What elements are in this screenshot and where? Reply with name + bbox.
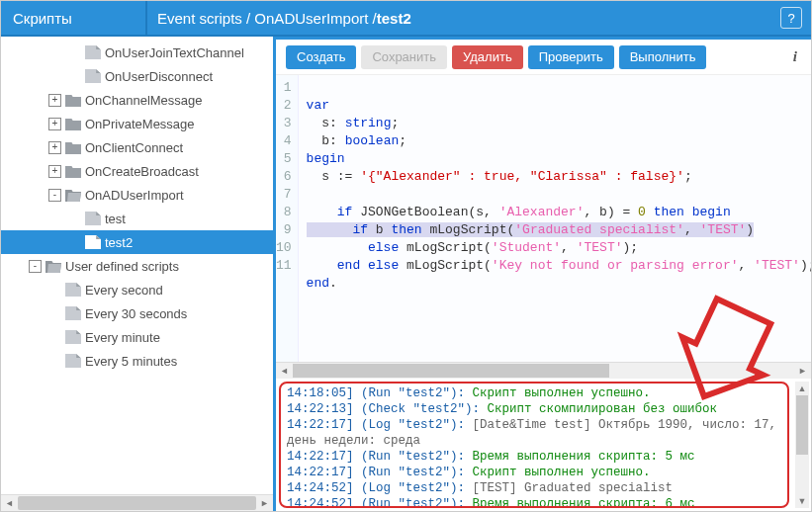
tree-item[interactable]: +OnClientConnect: [1, 135, 273, 159]
tree-item-label: OnADUserImport: [85, 188, 184, 203]
breadcrumb: Event scripts / OnADUserImport / test2: [147, 1, 771, 35]
check-button[interactable]: Проверить: [528, 45, 614, 69]
tree-item-label: Every 30 seconds: [85, 306, 187, 321]
log-timestamp: 14:22:17] (Run "test2"):: [287, 450, 473, 464]
tree-item-label: OnClientConnect: [85, 140, 183, 155]
tree-item[interactable]: +OnChannelMessage: [1, 88, 273, 112]
file-icon: [85, 45, 101, 59]
tree-item-label: Every second: [85, 283, 163, 298]
output-log[interactable]: 14:18:05] (Run "test2"): Скрипт выполнен…: [279, 382, 789, 508]
tree-item[interactable]: Every 5 minutes: [1, 349, 273, 373]
log-line: 14:22:17] (Log "test2"): [Date&Time test…: [287, 417, 781, 449]
file-icon: [85, 69, 101, 83]
editor-hscrollbar[interactable]: ◄ ►: [276, 362, 811, 379]
title-bar: Скрипты Event scripts / OnADUserImport /…: [1, 1, 811, 37]
tree-item[interactable]: +OnCreateBroadcast: [1, 159, 273, 183]
log-line: 14:24:52] (Log "test2"): [TEST] Graduate…: [287, 480, 781, 496]
help-button[interactable]: ?: [780, 7, 802, 29]
tree-item-label: Every 5 minutes: [85, 354, 177, 369]
log-line: 14:24:52] (Run "test2"): Время выполнени…: [287, 496, 781, 508]
tree-item[interactable]: -OnADUserImport: [1, 183, 273, 207]
log-timestamp: 14:22:13] (Check "test2"):: [287, 402, 488, 416]
expand-icon[interactable]: +: [48, 94, 61, 107]
tree-item[interactable]: OnUserDisconnect: [1, 64, 273, 88]
folder-icon: [65, 164, 81, 178]
delete-button[interactable]: Удалить: [452, 45, 523, 69]
tree-item-label: OnPrivateMessage: [85, 117, 195, 131]
expand-spacer: [68, 70, 81, 83]
info-icon[interactable]: i: [793, 48, 801, 65]
log-timestamp: 14:22:17] (Run "test2"):: [287, 466, 473, 479]
log-message: [TEST] Graduated specialist: [473, 481, 674, 495]
expand-icon[interactable]: +: [48, 118, 61, 130]
tree-item[interactable]: test: [1, 207, 273, 230]
sidebar-hscrollbar[interactable]: ◄ ►: [1, 494, 273, 511]
log-message: Скрипт скомпилирован без ошибок: [488, 402, 718, 416]
tree-item-label: test2: [105, 235, 133, 250]
log-vscrollbar[interactable]: ▲ ▼: [795, 382, 809, 508]
folder-icon: [45, 259, 61, 273]
expand-spacer: [68, 213, 81, 225]
expand-spacer: [48, 331, 61, 344]
tree-item-label: OnCreateBroadcast: [85, 164, 199, 179]
tree-item-label: User defined scripts: [65, 259, 179, 274]
create-button[interactable]: Создать: [286, 45, 356, 69]
tree-item-label: OnUserJoinTextChannel: [105, 45, 244, 60]
run-button[interactable]: Выполнить: [619, 45, 707, 69]
tree-item-label: OnUserDisconnect: [105, 69, 213, 84]
editor-toolbar: Создать Сохранить Удалить Проверить Выпо…: [276, 40, 811, 75]
tree-item-label: Every minute: [85, 330, 160, 345]
expand-spacer: [68, 46, 81, 59]
file-icon: [65, 283, 81, 297]
log-timestamp: 14:18:05] (Run "test2"):: [287, 386, 473, 400]
breadcrumb-current: test2: [377, 10, 411, 27]
log-message: Время выполнения скрипта: 6 мс: [473, 497, 695, 508]
expand-spacer: [48, 307, 61, 320]
log-line: 14:22:13] (Check "test2"): Скрипт скомпи…: [287, 401, 781, 417]
log-message: Скрипт выполнен успешно.: [473, 466, 651, 479]
file-icon: [65, 330, 81, 344]
log-message: Скрипт выполнен успешно.: [473, 386, 651, 400]
file-icon: [65, 306, 81, 320]
expand-icon[interactable]: +: [48, 165, 61, 178]
expand-spacer: [68, 236, 81, 249]
tree-item-label: test: [105, 212, 126, 226]
line-gutter: 1234567891011: [276, 75, 299, 362]
expand-spacer: [48, 284, 61, 297]
log-line: 14:22:17] (Run "test2"): Скрипт выполнен…: [287, 465, 781, 480]
log-timestamp: 14:22:17] (Log "test2"):: [287, 418, 473, 432]
folder-icon: [65, 93, 81, 107]
log-timestamp: 14:24:52] (Log "test2"):: [287, 481, 473, 495]
collapse-icon[interactable]: -: [29, 260, 42, 273]
tree-item[interactable]: Every second: [1, 278, 273, 301]
tree-item[interactable]: Every 30 seconds: [1, 301, 273, 325]
save-button: Сохранить: [361, 45, 447, 69]
log-timestamp: 14:24:52] (Run "test2"):: [287, 497, 473, 508]
tree-item[interactable]: test2: [1, 230, 273, 254]
script-tree[interactable]: OnUserJoinTextChannelOnUserDisconnect+On…: [1, 37, 273, 494]
code-area[interactable]: var s: string; b: boolean; begin s := '{…: [299, 75, 811, 362]
folder-icon: [65, 117, 81, 130]
log-message: Время выполнения скрипта: 5 мс: [473, 450, 695, 464]
expand-spacer: [48, 355, 61, 368]
panel-title: Скрипты: [1, 1, 147, 35]
tree-item[interactable]: +OnPrivateMessage: [1, 112, 273, 135]
script-tree-sidebar: OnUserJoinTextChannelOnUserDisconnect+On…: [1, 37, 276, 511]
file-icon: [65, 354, 81, 368]
tree-item[interactable]: OnUserJoinTextChannel: [1, 41, 273, 64]
log-line: 14:22:17] (Run "test2"): Время выполнени…: [287, 449, 781, 465]
breadcrumb-path: Event scripts / OnADUserImport /: [157, 10, 377, 27]
file-icon: [85, 235, 101, 249]
tree-item[interactable]: Every minute: [1, 325, 273, 349]
code-editor[interactable]: 1234567891011 var s: string; b: boolean;…: [276, 75, 811, 362]
collapse-icon[interactable]: -: [48, 189, 61, 202]
tree-item-label: OnChannelMessage: [85, 93, 203, 108]
expand-icon[interactable]: +: [48, 141, 61, 154]
file-icon: [85, 212, 101, 225]
folder-icon: [65, 188, 81, 202]
log-line: 14:18:05] (Run "test2"): Скрипт выполнен…: [287, 385, 781, 401]
folder-icon: [65, 140, 81, 154]
tree-item[interactable]: -User defined scripts: [1, 254, 273, 278]
